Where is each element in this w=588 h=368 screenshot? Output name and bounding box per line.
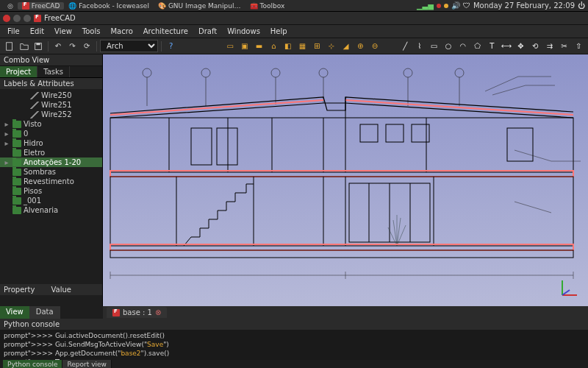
arch-section-button[interactable]: ⊞ bbox=[310, 40, 323, 53]
arch-structure-button[interactable]: ▣ bbox=[238, 40, 251, 53]
document-tab[interactable]: base : 1⊗ bbox=[107, 307, 167, 318]
tree-item[interactable]: Revestimento bbox=[0, 177, 102, 186]
combo-tabs: Project Tasks bbox=[0, 66, 102, 78]
tab-tasks[interactable]: Tasks bbox=[37, 66, 70, 77]
svg-rect-22 bbox=[191, 128, 212, 165]
arch-floor-button[interactable]: ▬ bbox=[253, 40, 266, 53]
svg-point-5 bbox=[201, 68, 210, 77]
menu-architecture[interactable]: Architecture bbox=[139, 26, 193, 37]
draft-wire-button[interactable]: ⌇ bbox=[413, 40, 426, 53]
workbench-selector[interactable]: Arch bbox=[100, 40, 158, 52]
menu-windows[interactable]: Windows bbox=[223, 26, 265, 37]
tree-item[interactable]: ▸Visto bbox=[0, 119, 102, 129]
draft-trim-button[interactable]: ✂ bbox=[558, 40, 571, 53]
arch-remove-button[interactable]: ⊖ bbox=[368, 40, 381, 53]
tree-item-label: Pisos bbox=[24, 187, 42, 195]
draft-offset-button[interactable]: ⇉ bbox=[543, 40, 556, 53]
arch-site-button[interactable]: ◧ bbox=[282, 40, 295, 53]
minimize-button[interactable] bbox=[13, 15, 21, 22]
open-file-button[interactable] bbox=[18, 40, 31, 53]
axis-indicator bbox=[559, 277, 581, 299]
combo-view-panel: Combo View Project Tasks Labels & Attrib… bbox=[0, 54, 103, 306]
menu-tools[interactable]: Tools bbox=[78, 26, 105, 37]
tab-report-view[interactable]: Report view bbox=[62, 360, 111, 368]
folder-icon bbox=[12, 159, 21, 166]
arch-roof-button[interactable]: ◢ bbox=[340, 40, 353, 53]
tab-view[interactable]: View bbox=[0, 306, 30, 319]
menu-view[interactable]: View bbox=[50, 26, 76, 37]
tree-item-label: Anotações 1-20 bbox=[24, 158, 81, 166]
tree-item-label: Visto bbox=[24, 120, 42, 128]
taskbar-app-toolbox[interactable]: 🧰 Toolbox bbox=[245, 2, 290, 10]
tree-item[interactable]: ▸Anotações 1-20 bbox=[0, 158, 102, 167]
tree-item[interactable]: ▸Hidro bbox=[0, 138, 102, 148]
draft-move-button[interactable]: ✥ bbox=[514, 40, 528, 53]
tree-item[interactable]: Wire251 bbox=[0, 100, 102, 110]
folder-icon bbox=[12, 149, 21, 157]
os-taskbar: ◎ FreeCAD 🌐 Facebook - Iceweasel 🎨 GNU I… bbox=[0, 0, 588, 12]
new-file-button[interactable] bbox=[3, 40, 16, 53]
tree-item-label: Wire252 bbox=[41, 110, 72, 118]
tree-item[interactable]: Alvenaria bbox=[0, 205, 102, 215]
svg-point-11 bbox=[404, 68, 412, 77]
taskbar-app-browser[interactable]: 🌐 Facebook - Iceweasel bbox=[64, 2, 154, 10]
redo-button[interactable]: ↷ bbox=[66, 40, 79, 53]
system-tray[interactable]: ▁▃▅ 🔊🛡 Monday 27 February, 22:09 ⏻ bbox=[417, 1, 585, 10]
draft-poly-button[interactable]: ⬠ bbox=[471, 40, 484, 53]
object-tree[interactable]: Wire250Wire251Wire252▸Visto▸0▸HidroEletr… bbox=[0, 89, 102, 284]
tab-project[interactable]: Project bbox=[0, 66, 37, 77]
property-header: PropertyValue bbox=[0, 284, 102, 295]
arch-window-button[interactable]: ▦ bbox=[296, 40, 309, 53]
taskbar-app-freecad[interactable]: FreeCAD bbox=[18, 2, 64, 10]
3d-viewport[interactable] bbox=[103, 54, 588, 306]
refresh-button[interactable]: ⟳ bbox=[80, 40, 93, 53]
tree-item-label: _001 bbox=[24, 197, 41, 205]
tree-item-label: Revestimento bbox=[24, 177, 74, 185]
draft-text-button[interactable]: T bbox=[485, 40, 498, 53]
tree-item[interactable]: _001 bbox=[0, 196, 102, 205]
draft-rotate-button[interactable]: ⟲ bbox=[528, 40, 542, 53]
svg-rect-24 bbox=[360, 124, 378, 142]
svg-rect-2 bbox=[37, 43, 40, 45]
svg-rect-45 bbox=[110, 250, 573, 258]
draft-circle-button[interactable]: ○ bbox=[442, 40, 455, 53]
folder-icon bbox=[12, 140, 21, 147]
svg-rect-23 bbox=[217, 128, 237, 165]
power-icon[interactable]: ⏻ bbox=[578, 1, 585, 10]
tree-item-label: Hidro bbox=[24, 139, 43, 147]
tree-item[interactable]: ▸0 bbox=[0, 129, 102, 138]
folder-icon bbox=[12, 197, 21, 205]
menu-file[interactable]: File bbox=[3, 26, 24, 37]
draft-rect-button[interactable]: ▭ bbox=[428, 40, 441, 53]
os-menu-icon[interactable]: ◎ bbox=[3, 2, 18, 10]
tab-data[interactable]: Data bbox=[30, 306, 60, 319]
close-button[interactable] bbox=[3, 15, 10, 22]
arch-axis-button[interactable]: ⊹ bbox=[325, 40, 338, 53]
menu-macro[interactable]: Macro bbox=[106, 26, 137, 37]
tree-item[interactable]: Wire250 bbox=[0, 91, 102, 100]
whatsthis-button[interactable]: ? bbox=[165, 40, 178, 53]
arch-wall-button[interactable]: ▭ bbox=[223, 40, 237, 53]
draft-arc-button[interactable]: ◠ bbox=[456, 40, 470, 53]
menu-help[interactable]: Help bbox=[266, 26, 292, 37]
tab-python-console[interactable]: Python console bbox=[3, 360, 62, 368]
menu-edit[interactable]: Edit bbox=[26, 26, 49, 37]
maximize-button[interactable] bbox=[24, 15, 31, 22]
arch-building-button[interactable]: ⌂ bbox=[267, 40, 280, 53]
menu-draft[interactable]: Draft bbox=[194, 26, 221, 37]
svg-point-13 bbox=[455, 68, 464, 77]
draft-dim-button[interactable]: ⟷ bbox=[500, 40, 513, 53]
tree-item[interactable]: Pisos bbox=[0, 186, 102, 196]
svg-rect-15 bbox=[110, 118, 573, 172]
draft-line-button[interactable]: ╱ bbox=[398, 40, 412, 53]
draft-upgrade-button[interactable]: ⇧ bbox=[572, 40, 585, 53]
tree-item[interactable]: Eletro bbox=[0, 148, 102, 158]
close-tab-icon[interactable]: ⊗ bbox=[155, 308, 161, 316]
tree-item-label: Wire251 bbox=[41, 101, 72, 109]
undo-button[interactable]: ↶ bbox=[51, 40, 65, 53]
tree-item[interactable]: Wire252 bbox=[0, 110, 102, 119]
save-button[interactable] bbox=[32, 40, 45, 53]
tree-item[interactable]: Sombras bbox=[0, 167, 102, 177]
arch-add-button[interactable]: ⊕ bbox=[354, 40, 367, 53]
taskbar-app-gimp[interactable]: 🎨 GNU Image Manipul… bbox=[154, 2, 245, 10]
